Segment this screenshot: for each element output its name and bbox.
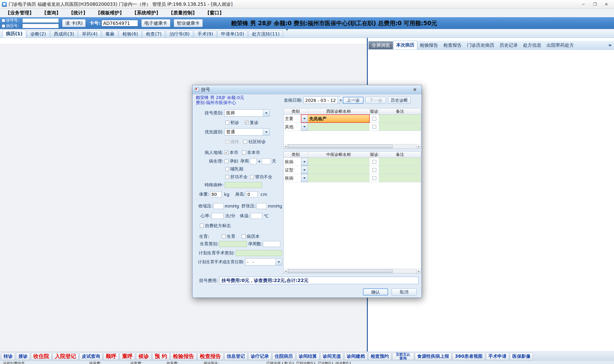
reg-no-checkbox[interactable] <box>2 19 5 22</box>
lactation-checkbox[interactable]: 哺乳期 <box>225 166 243 172</box>
gest-weeks-input[interactable] <box>263 241 280 247</box>
menu-query[interactable]: 【查询】 <box>38 10 65 16</box>
clinic-archive-button[interactable]: 诊间建档 <box>344 353 367 360</box>
weight-input[interactable]: 80 <box>210 191 222 197</box>
temp-input[interactable] <box>251 213 262 219</box>
note-cell[interactable] <box>379 115 421 123</box>
recall-button[interactable]: 重呼 <box>120 353 135 360</box>
pregnant-checkbox[interactable]: 孕妇 <box>225 158 238 164</box>
tab-narcotics[interactable]: 毒麻 <box>102 30 118 38</box>
note-cell[interactable] <box>379 166 421 174</box>
note-cell[interactable] <box>379 123 421 131</box>
self-pay-flag-checkbox[interactable]: 自费处方标志 <box>200 223 231 229</box>
suspected-checkbox[interactable] <box>372 176 376 180</box>
mutual-recognition-query-button[interactable]: 互联互认查询 <box>392 353 414 360</box>
tab-request-form[interactable]: 申请单(10) <box>217 30 248 38</box>
scrollbar-thumb[interactable] <box>288 269 393 273</box>
diagnosis-name-cell[interactable] <box>308 123 370 131</box>
scroll-left-icon[interactable]: ◂ <box>284 269 288 273</box>
tab-western-medicine[interactable]: 西成药(3) <box>50 30 78 38</box>
close-icon[interactable]: ✕ <box>601 1 612 8</box>
cancel-button[interactable]: 取消 <box>392 288 416 295</box>
tab-discharge-prescription[interactable]: 出院带药处方 <box>544 41 576 49</box>
gest-day-input[interactable] <box>262 158 271 164</box>
right-tab-overflow-icon[interactable]: » <box>608 42 614 49</box>
diagnosis-type-cell[interactable]: 疾病 <box>284 174 301 182</box>
admit-button[interactable]: 收住院 <box>31 353 52 360</box>
diagnosis-type-cell[interactable]: 主要 <box>284 115 301 123</box>
diagnosis-name-cell[interactable] <box>308 158 370 166</box>
preferential-checkbox[interactable]: 优待 <box>225 139 239 144</box>
plan-date-combo[interactable]: - - <box>245 258 282 265</box>
plan-date-dropdown-icon[interactable] <box>275 259 282 265</box>
surgery-request-button[interactable]: 手术申请 <box>486 353 509 360</box>
info-register-button[interactable]: 信息登记 <box>224 353 247 360</box>
patient-360-view-button[interactable]: 360患者视图 <box>453 353 485 360</box>
ehealth-card-button[interactable]: 电子健康卡 <box>141 19 170 27</box>
menu-quality[interactable]: 【质量控制】 <box>165 10 201 16</box>
diagnosis-name-cell[interactable] <box>308 166 370 174</box>
call-button[interactable]: 顺呼 <box>103 353 119 360</box>
diagnosis-dropdown-icon[interactable] <box>301 158 308 166</box>
receive-patient-button[interactable]: 接诊 <box>16 353 30 360</box>
tab-herbal[interactable]: 草药(4) <box>78 30 101 38</box>
tab-lab-test[interactable]: 检验(6) <box>119 30 142 38</box>
suspected-checkbox[interactable] <box>372 168 376 172</box>
kidney-checkbox[interactable]: 肾功不全 <box>250 174 272 180</box>
card-no-input[interactable]: AD7654971 <box>102 20 138 26</box>
tab-outpatient-history[interactable]: 门诊历史病历 <box>464 41 497 49</box>
menu-system[interactable]: 【系统维护】 <box>128 10 165 16</box>
read-card-button[interactable]: 读 卡(R) <box>62 19 86 27</box>
medical-insurance-image-button[interactable]: 医保影像 <box>510 353 533 360</box>
tab-prescription-flow[interactable]: 处方流转(11) <box>248 30 283 38</box>
diagnosis-dropdown-icon[interactable] <box>301 174 308 182</box>
fertility-type-input[interactable] <box>219 241 247 247</box>
diagnosis-dropdown-icon[interactable] <box>301 115 308 123</box>
plan-surgery-input[interactable] <box>236 250 282 256</box>
suspected-checkbox[interactable] <box>372 125 376 129</box>
diagnosis-dropdown-icon[interactable] <box>301 123 308 131</box>
tab-examination[interactable]: 检查(7) <box>142 30 165 38</box>
record-no-checkbox[interactable] <box>2 25 5 27</box>
lab-report-button[interactable]: 检验报告 <box>171 353 197 360</box>
note-cell[interactable] <box>379 174 421 182</box>
tab-surgery[interactable]: 手术(9) <box>194 30 217 38</box>
priority-dropdown-icon[interactable] <box>263 129 269 135</box>
special-disease-input[interactable] <box>225 182 262 188</box>
scroll-right-icon[interactable]: ▸ <box>416 269 421 273</box>
history-diagnosis-button[interactable]: 历史诊断 <box>388 97 411 104</box>
confirm-button[interactable]: 确认 <box>363 288 388 295</box>
diagnosis-type-cell[interactable]: 证型 <box>284 166 301 174</box>
tab-medical-record[interactable]: 病历(1) <box>2 29 26 38</box>
reg-type-combo[interactable]: 医师 <box>225 109 270 117</box>
diastolic-input[interactable] <box>256 203 267 209</box>
tab-fullscreen-view[interactable]: 全屏浏览 <box>369 41 393 49</box>
smart-card-button[interactable]: 智业健康卡 <box>174 19 203 27</box>
minimize-icon[interactable]: ─ <box>577 1 589 8</box>
suspected-checkbox[interactable] <box>372 160 376 164</box>
suspected-checkbox[interactable] <box>372 117 376 121</box>
first-visit-checkbox[interactable]: 初诊 <box>225 120 239 125</box>
tab-current-record[interactable]: 本次病历 <box>393 41 417 49</box>
menu-business[interactable]: 【业务管理】 <box>1 10 38 16</box>
tab-history-records[interactable]: 历史记录 <box>497 41 521 49</box>
inpatient-record-button[interactable]: 住院病历 <box>272 353 295 360</box>
tab-treatment[interactable]: 治疗等(8) <box>166 30 193 38</box>
tab-overflow-icon[interactable] <box>286 31 288 36</box>
local-checkbox[interactable]: 本市 <box>225 150 238 155</box>
tab-exam-report[interactable]: 检查报告 <box>441 41 464 49</box>
diagnosis-name-cell[interactable] <box>308 174 370 182</box>
nonlocal-checkbox[interactable]: 非本市 <box>242 150 260 155</box>
menu-template[interactable]: 【模板维护】 <box>92 10 128 16</box>
tab-lab-report[interactable]: 检验报告 <box>417 41 441 49</box>
systolic-input[interactable] <box>214 203 224 209</box>
note-cell[interactable] <box>379 158 421 166</box>
gest-week-input[interactable] <box>250 158 257 164</box>
tab-diagnosis[interactable]: 诊断(2) <box>27 30 50 38</box>
waiting-button[interactable]: 候诊 <box>136 353 151 360</box>
clinic-settlement-button[interactable]: 诊间结算 <box>296 353 319 360</box>
prev-diagnosis-button[interactable]: 上一诊 <box>343 97 363 104</box>
onset-date-combo[interactable]: 2026 - 03 - 12 <box>304 97 340 104</box>
menu-statistics[interactable]: 【统计】 <box>65 10 92 16</box>
record-no-input[interactable] <box>22 24 59 28</box>
